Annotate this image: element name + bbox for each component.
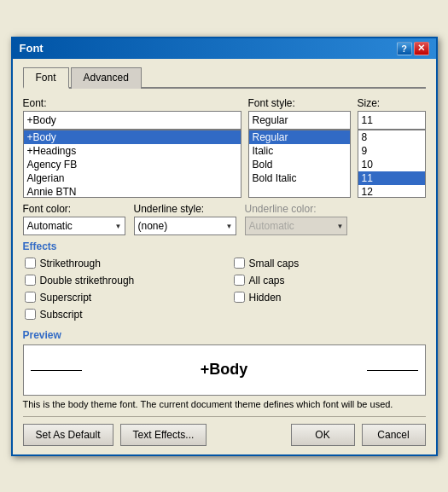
hidden-checkbox[interactable]	[234, 292, 245, 303]
strikethrough-label[interactable]: Strikethrough	[40, 258, 101, 269]
font-col: Eont: +Body +Headings Agency FB Algerian…	[23, 97, 241, 198]
font-listbox-item[interactable]: Annie BTN	[24, 185, 241, 198]
size-listbox-item[interactable]: 8	[358, 130, 425, 144]
small-caps-label[interactable]: Small caps	[249, 258, 300, 269]
tab-bar: Font Advanced	[23, 66, 426, 89]
preview-description: This is the body theme font. The current…	[23, 399, 426, 409]
all-caps-checkbox[interactable]	[234, 275, 245, 286]
underline-style-label: Underline style:	[134, 203, 236, 215]
underline-style-col: Underline style: (none)	[134, 203, 236, 235]
btn-group-right: OK Cancel	[291, 424, 426, 446]
underline-style-dropdown[interactable]: (none)	[134, 217, 236, 235]
double-strikethrough-row: Double strikethrough	[25, 273, 217, 288]
style-col: Font style: Regular Italic Bold Bold Ita…	[248, 97, 351, 198]
effects-section: Effects Strikethrough Small caps Double …	[23, 240, 426, 322]
set-default-button[interactable]: Set As Default	[23, 424, 113, 446]
size-listbox-item[interactable]: 12	[358, 185, 425, 198]
cancel-button[interactable]: Cancel	[362, 424, 426, 446]
font-listbox[interactable]: +Body +Headings Agency FB Algerian Annie…	[23, 130, 241, 198]
text-effects-button[interactable]: Text Effects...	[120, 424, 207, 446]
size-label: Size:	[358, 97, 426, 109]
size-listbox-item[interactable]: 10	[358, 158, 425, 171]
font-listbox-item[interactable]: +Headings	[24, 144, 241, 158]
font-color-col: Font color: Automatic	[23, 203, 125, 235]
small-caps-checkbox[interactable]	[234, 258, 245, 269]
dialog-content: Font Advanced Eont: +Body +Headings Agen…	[13, 59, 436, 454]
font-color-dropdown[interactable]: Automatic	[23, 217, 125, 235]
btn-group-left: Set As Default Text Effects...	[23, 424, 207, 446]
style-listbox-item[interactable]: Bold	[249, 158, 350, 171]
subscript-label[interactable]: Subscript	[40, 309, 83, 321]
underline-color-col: Underline color: Automatic	[245, 203, 347, 235]
hidden-row: Hidden	[234, 290, 426, 305]
tab-advanced[interactable]: Advanced	[71, 67, 142, 89]
subscript-row: Subscript	[25, 307, 217, 322]
color-underline-row: Font color: Automatic Underline style: (…	[23, 203, 426, 235]
underline-color-dropdown[interactable]: Automatic	[245, 217, 347, 235]
size-listbox[interactable]: 8 9 10 11 12	[358, 130, 426, 198]
font-listbox-item[interactable]: Agency FB	[24, 158, 241, 171]
font-color-label: Font color:	[23, 203, 125, 215]
all-caps-label[interactable]: All caps	[249, 275, 285, 287]
title-bar-title: Font	[20, 42, 44, 55]
style-label: Font style:	[248, 97, 351, 109]
style-listbox-item[interactable]: Bold Italic	[249, 171, 350, 185]
hidden-label[interactable]: Hidden	[249, 292, 282, 304]
all-caps-row: All caps	[234, 273, 426, 288]
tab-font[interactable]: Font	[23, 67, 69, 89]
title-bar: Font ? ✕	[13, 38, 436, 59]
preview-box: +Body	[23, 344, 426, 396]
subscript-checkbox[interactable]	[25, 309, 36, 320]
double-strikethrough-checkbox[interactable]	[25, 275, 36, 286]
font-listbox-item[interactable]: Algerian	[24, 171, 241, 185]
superscript-checkbox[interactable]	[25, 292, 36, 303]
preview-label: Preview	[23, 329, 426, 341]
title-bar-buttons: ? ✕	[397, 42, 429, 55]
style-input[interactable]	[248, 111, 351, 130]
superscript-row: Superscript	[25, 290, 217, 305]
underline-style-select[interactable]: (none)	[134, 217, 236, 235]
double-strikethrough-label[interactable]: Double strikethrough	[40, 275, 135, 287]
style-listbox-item[interactable]: Italic	[249, 144, 350, 158]
strikethrough-row: Strikethrough	[25, 256, 217, 271]
effects-label: Effects	[23, 240, 426, 252]
font-style-size-row: Eont: +Body +Headings Agency FB Algerian…	[23, 97, 426, 198]
help-button[interactable]: ?	[397, 42, 412, 55]
font-dialog: Font ? ✕ Font Advanced Eont: +Body +Head…	[11, 37, 438, 456]
font-label: Eont:	[23, 97, 241, 109]
dialog-title: Font	[20, 42, 44, 55]
size-input[interactable]	[358, 111, 426, 130]
underline-color-label: Underline color:	[245, 203, 347, 215]
size-listbox-item[interactable]: 9	[358, 144, 425, 158]
style-listbox[interactable]: Regular Italic Bold Bold Italic	[248, 130, 351, 198]
underline-color-select[interactable]: Automatic	[245, 217, 347, 235]
preview-text: +Body	[201, 361, 248, 379]
ok-button[interactable]: OK	[291, 424, 355, 446]
preview-section: Preview +Body This is the body theme fon…	[23, 329, 426, 409]
strikethrough-checkbox[interactable]	[25, 258, 36, 269]
font-color-select[interactable]: Automatic	[23, 217, 125, 235]
close-button[interactable]: ✕	[414, 42, 429, 55]
superscript-label[interactable]: Superscript	[40, 292, 92, 304]
effects-grid: Strikethrough Small caps Double striketh…	[25, 256, 426, 322]
font-input[interactable]	[23, 111, 241, 130]
small-caps-row: Small caps	[234, 256, 426, 271]
bottom-buttons: Set As Default Text Effects... OK Cancel	[23, 416, 426, 446]
style-listbox-item[interactable]: Regular	[249, 130, 350, 144]
size-col: Size: 8 9 10 11 12	[358, 97, 426, 198]
font-listbox-item[interactable]: +Body	[24, 130, 241, 144]
size-listbox-item[interactable]: 11	[358, 171, 425, 185]
